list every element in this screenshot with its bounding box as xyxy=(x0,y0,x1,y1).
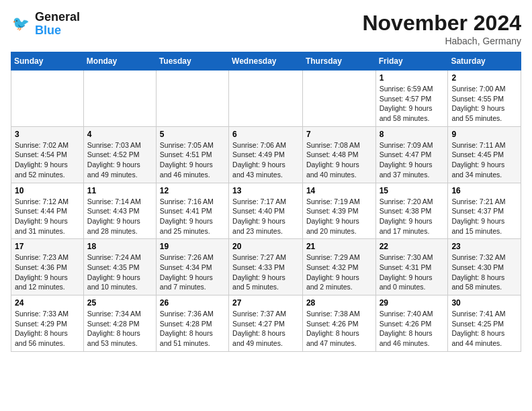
calendar-cell: 27Sunrise: 7:37 AM Sunset: 4:27 PM Dayli… xyxy=(229,295,303,352)
day-info: Sunrise: 7:08 AM Sunset: 4:48 PM Dayligh… xyxy=(306,140,372,180)
day-info: Sunrise: 7:00 AM Sunset: 4:55 PM Dayligh… xyxy=(451,84,517,124)
day-info: Sunrise: 7:30 AM Sunset: 4:31 PM Dayligh… xyxy=(380,253,445,292)
calendar-cell: 29Sunrise: 7:40 AM Sunset: 4:26 PM Dayli… xyxy=(375,295,448,352)
calendar-table: SundayMondayTuesdayWednesdayThursdayFrid… xyxy=(11,52,521,352)
day-number: 5 xyxy=(160,130,225,139)
weekday-header: Monday xyxy=(83,52,156,71)
logo: 🐦 General Blue xyxy=(11,11,80,38)
day-number: 10 xyxy=(15,186,80,195)
calendar-cell: 25Sunrise: 7:34 AM Sunset: 4:28 PM Dayli… xyxy=(83,295,156,352)
calendar-cell: 8Sunrise: 7:09 AM Sunset: 4:47 PM Daylig… xyxy=(375,126,448,183)
logo-icon: 🐦 xyxy=(11,13,32,35)
day-number: 17 xyxy=(15,242,80,251)
day-number: 25 xyxy=(87,298,152,308)
svg-text:🐦: 🐦 xyxy=(12,15,30,32)
day-info: Sunrise: 7:32 AM Sunset: 4:30 PM Dayligh… xyxy=(451,253,517,292)
day-number: 9 xyxy=(451,130,517,139)
day-info: Sunrise: 7:40 AM Sunset: 4:26 PM Dayligh… xyxy=(380,309,445,349)
calendar-cell xyxy=(229,71,303,127)
day-number: 23 xyxy=(451,242,517,251)
calendar-cell: 4Sunrise: 7:03 AM Sunset: 4:52 PM Daylig… xyxy=(83,126,156,183)
calendar-cell: 16Sunrise: 7:21 AM Sunset: 4:37 PM Dayli… xyxy=(448,183,521,239)
day-info: Sunrise: 7:19 AM Sunset: 4:39 PM Dayligh… xyxy=(306,197,372,236)
day-info: Sunrise: 7:02 AM Sunset: 4:54 PM Dayligh… xyxy=(15,140,80,180)
calendar-cell: 13Sunrise: 7:17 AM Sunset: 4:40 PM Dayli… xyxy=(229,183,303,239)
weekday-header: Thursday xyxy=(302,52,375,71)
calendar-cell: 22Sunrise: 7:30 AM Sunset: 4:31 PM Dayli… xyxy=(375,239,448,295)
calendar-cell: 23Sunrise: 7:32 AM Sunset: 4:30 PM Dayli… xyxy=(448,239,521,295)
month-title: November 2024 xyxy=(362,11,521,36)
day-info: Sunrise: 7:27 AM Sunset: 4:33 PM Dayligh… xyxy=(232,253,299,292)
day-number: 22 xyxy=(380,242,445,251)
day-number: 26 xyxy=(160,298,225,308)
day-info: Sunrise: 7:12 AM Sunset: 4:44 PM Dayligh… xyxy=(15,197,80,236)
day-number: 14 xyxy=(306,186,372,195)
day-number: 4 xyxy=(87,130,152,139)
calendar-cell xyxy=(11,71,84,127)
calendar-cell: 10Sunrise: 7:12 AM Sunset: 4:44 PM Dayli… xyxy=(11,183,84,239)
title-area: November 2024 Habach, Germany xyxy=(362,11,521,46)
weekday-header: Saturday xyxy=(448,52,521,71)
day-number: 18 xyxy=(87,242,152,251)
weekday-header: Friday xyxy=(375,52,448,71)
day-info: Sunrise: 7:34 AM Sunset: 4:28 PM Dayligh… xyxy=(87,309,152,349)
calendar-week-row: 3Sunrise: 7:02 AM Sunset: 4:54 PM Daylig… xyxy=(11,126,521,183)
day-info: Sunrise: 7:11 AM Sunset: 4:45 PM Dayligh… xyxy=(451,140,517,180)
day-info: Sunrise: 7:23 AM Sunset: 4:36 PM Dayligh… xyxy=(15,253,80,292)
day-number: 6 xyxy=(232,130,299,139)
day-info: Sunrise: 7:24 AM Sunset: 4:35 PM Dayligh… xyxy=(87,253,152,292)
calendar-cell: 15Sunrise: 7:20 AM Sunset: 4:38 PM Dayli… xyxy=(375,183,448,239)
calendar-cell: 5Sunrise: 7:05 AM Sunset: 4:51 PM Daylig… xyxy=(156,126,228,183)
day-info: Sunrise: 7:16 AM Sunset: 4:41 PM Dayligh… xyxy=(160,197,225,236)
day-number: 27 xyxy=(232,298,299,308)
calendar-cell: 20Sunrise: 7:27 AM Sunset: 4:33 PM Dayli… xyxy=(229,239,303,295)
day-number: 1 xyxy=(380,73,445,83)
calendar-cell: 17Sunrise: 7:23 AM Sunset: 4:36 PM Dayli… xyxy=(11,239,84,295)
day-info: Sunrise: 7:14 AM Sunset: 4:43 PM Dayligh… xyxy=(87,197,152,236)
day-info: Sunrise: 7:41 AM Sunset: 4:25 PM Dayligh… xyxy=(451,309,517,349)
calendar-week-row: 24Sunrise: 7:33 AM Sunset: 4:29 PM Dayli… xyxy=(11,295,521,352)
day-info: Sunrise: 7:37 AM Sunset: 4:27 PM Dayligh… xyxy=(232,309,299,349)
calendar-week-row: 1Sunrise: 6:59 AM Sunset: 4:57 PM Daylig… xyxy=(11,71,521,127)
location: Habach, Germany xyxy=(362,36,521,46)
calendar-cell: 9Sunrise: 7:11 AM Sunset: 4:45 PM Daylig… xyxy=(448,126,521,183)
calendar-cell: 12Sunrise: 7:16 AM Sunset: 4:41 PM Dayli… xyxy=(156,183,228,239)
day-number: 30 xyxy=(451,298,517,308)
calendar-cell: 11Sunrise: 7:14 AM Sunset: 4:43 PM Dayli… xyxy=(83,183,156,239)
day-info: Sunrise: 6:59 AM Sunset: 4:57 PM Dayligh… xyxy=(380,84,445,124)
calendar-header: SundayMondayTuesdayWednesdayThursdayFrid… xyxy=(11,52,521,71)
calendar-cell: 6Sunrise: 7:06 AM Sunset: 4:49 PM Daylig… xyxy=(229,126,303,183)
calendar-cell: 21Sunrise: 7:29 AM Sunset: 4:32 PM Dayli… xyxy=(302,239,375,295)
day-info: Sunrise: 7:36 AM Sunset: 4:28 PM Dayligh… xyxy=(160,309,225,349)
day-info: Sunrise: 7:20 AM Sunset: 4:38 PM Dayligh… xyxy=(380,197,445,236)
calendar-week-row: 17Sunrise: 7:23 AM Sunset: 4:36 PM Dayli… xyxy=(11,239,521,295)
day-number: 16 xyxy=(451,186,517,195)
day-info: Sunrise: 7:09 AM Sunset: 4:47 PM Dayligh… xyxy=(380,140,445,180)
day-number: 20 xyxy=(232,242,299,251)
day-number: 28 xyxy=(306,298,372,308)
calendar-cell xyxy=(156,71,228,127)
day-number: 2 xyxy=(451,73,517,83)
day-number: 19 xyxy=(160,242,225,251)
weekday-header: Sunday xyxy=(11,52,84,71)
calendar-cell: 19Sunrise: 7:26 AM Sunset: 4:34 PM Dayli… xyxy=(156,239,228,295)
day-number: 15 xyxy=(380,186,445,195)
calendar-cell: 2Sunrise: 7:00 AM Sunset: 4:55 PM Daylig… xyxy=(448,71,521,127)
day-number: 8 xyxy=(380,130,445,139)
day-number: 12 xyxy=(160,186,225,195)
calendar-cell: 18Sunrise: 7:24 AM Sunset: 4:35 PM Dayli… xyxy=(83,239,156,295)
day-number: 13 xyxy=(232,186,299,195)
calendar-cell: 28Sunrise: 7:38 AM Sunset: 4:26 PM Dayli… xyxy=(302,295,375,352)
calendar-cell: 7Sunrise: 7:08 AM Sunset: 4:48 PM Daylig… xyxy=(302,126,375,183)
weekday-header: Tuesday xyxy=(156,52,228,71)
day-info: Sunrise: 7:29 AM Sunset: 4:32 PM Dayligh… xyxy=(306,253,372,292)
calendar-cell: 1Sunrise: 6:59 AM Sunset: 4:57 PM Daylig… xyxy=(375,71,448,127)
calendar-body: 1Sunrise: 6:59 AM Sunset: 4:57 PM Daylig… xyxy=(11,71,521,352)
day-info: Sunrise: 7:33 AM Sunset: 4:29 PM Dayligh… xyxy=(15,309,80,349)
calendar-cell: 3Sunrise: 7:02 AM Sunset: 4:54 PM Daylig… xyxy=(11,126,84,183)
day-number: 29 xyxy=(380,298,445,308)
calendar-cell: 14Sunrise: 7:19 AM Sunset: 4:39 PM Dayli… xyxy=(302,183,375,239)
day-info: Sunrise: 7:05 AM Sunset: 4:51 PM Dayligh… xyxy=(160,140,225,180)
weekday-header: Wednesday xyxy=(229,52,303,71)
calendar-cell xyxy=(302,71,375,127)
